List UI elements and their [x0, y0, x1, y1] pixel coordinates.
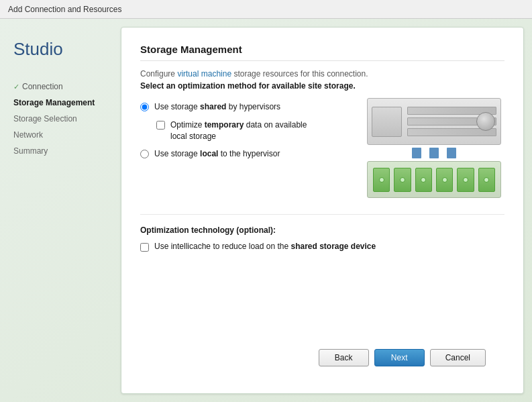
connector-bar-1: [412, 148, 421, 158]
radio-option-shared: Use storage shared by hypervisors: [140, 101, 350, 113]
check-icon: ✓: [13, 83, 19, 91]
checkbox-intellicache-label[interactable]: Use intellicache to reduce load on the s…: [154, 242, 376, 251]
sidebar-title: Studio: [13, 39, 107, 60]
radio-shared[interactable]: [140, 103, 149, 111]
sidebar: Studio ✓ Connection Storage Management S…: [0, 19, 121, 402]
next-button[interactable]: Next: [374, 349, 425, 366]
title-bar-label: Add Connection and Resources: [8, 5, 121, 14]
sidebar-item-label: Summary: [13, 146, 48, 156]
sidebar-item-storage-selection[interactable]: Storage Selection: [13, 112, 107, 125]
checkbox-temp[interactable]: [156, 121, 165, 130]
back-button[interactable]: Back: [319, 349, 369, 366]
cancel-button[interactable]: Cancel: [430, 349, 486, 366]
disk-unit-5: [457, 168, 474, 192]
checkbox-option-intellicache: Use intellicache to reduce load on the s…: [140, 242, 504, 252]
disk-unit-6: [478, 168, 495, 192]
radio-option-local: Use storage local to the hypervisor: [140, 148, 350, 160]
device-knob: [476, 112, 495, 131]
connector-bar-2: [429, 148, 439, 158]
disk-unit-4: [436, 168, 453, 192]
sidebar-item-label: Storage Selection: [13, 114, 77, 123]
storage-device-top: [367, 98, 501, 145]
content-area: Storage Management Configure virtual mac…: [121, 27, 524, 394]
sidebar-item-summary[interactable]: Summary: [13, 144, 107, 158]
checkbox-temp-label[interactable]: Optimize temporary data on availableloca…: [170, 119, 307, 142]
content-title: Storage Management: [140, 44, 504, 61]
storage-illustration: [364, 98, 504, 198]
disk-unit-1: [373, 168, 390, 192]
sidebar-item-label: Storage Management: [13, 98, 95, 107]
content-instruction: Select an optimization method for availa…: [140, 81, 504, 91]
sidebar-item-label: Connection: [22, 82, 63, 91]
storage-device-bottom: [367, 161, 501, 198]
checkbox-intellicache[interactable]: [140, 243, 149, 252]
optimization-section: Optimization technology (optional): Use …: [140, 214, 504, 252]
sidebar-item-storage-management[interactable]: Storage Management: [13, 96, 107, 109]
connector-bar-3: [447, 148, 456, 158]
radio-local-label[interactable]: Use storage local to the hypervisor: [154, 148, 280, 160]
sub-option-temp: Optimize temporary data on availableloca…: [156, 119, 350, 142]
radio-local[interactable]: [140, 150, 149, 158]
storage-options: Use storage shared by hypervisors Optimi…: [140, 101, 350, 166]
disk-unit-3: [415, 168, 432, 192]
sidebar-item-connection[interactable]: ✓ Connection: [13, 80, 107, 93]
sidebar-nav: ✓ Connection Storage Management Storage …: [13, 80, 107, 158]
sidebar-item-label: Network: [13, 130, 43, 140]
optimization-title: Optimization technology (optional):: [140, 225, 504, 235]
radio-shared-label[interactable]: Use storage shared by hypervisors: [154, 101, 280, 113]
content-subtitle: Configure virtual machine storage resour…: [140, 69, 504, 79]
connector-bars: [412, 148, 456, 158]
sidebar-item-network[interactable]: Network: [13, 128, 107, 142]
device-square: [372, 107, 402, 137]
disk-unit-2: [394, 168, 411, 192]
storage-options-row: Use storage shared by hypervisors Optimi…: [140, 101, 504, 198]
footer: Back Next Cancel: [140, 349, 504, 377]
